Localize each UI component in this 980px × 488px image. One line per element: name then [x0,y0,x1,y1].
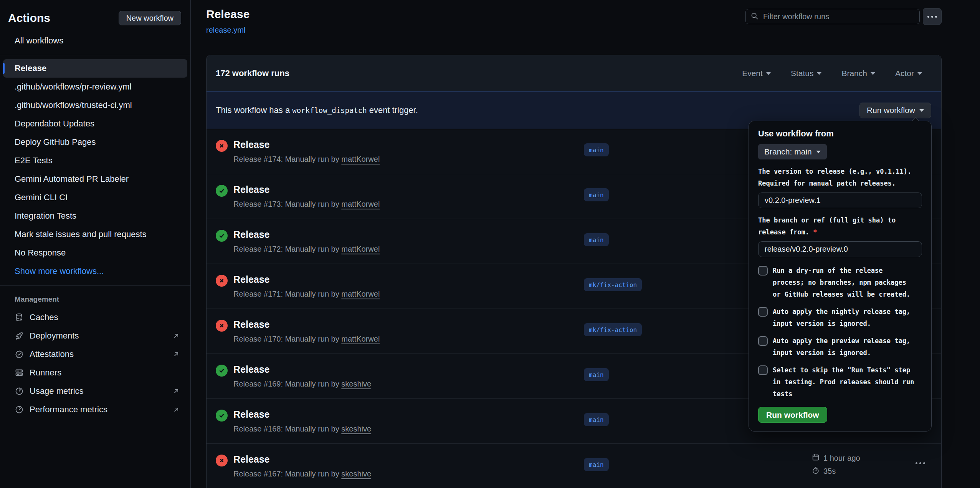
branch-badge[interactable]: mk/fix-action [584,278,642,291]
checkbox[interactable] [758,266,768,276]
sidebar-management-item-caches[interactable]: Caches [3,308,187,327]
run-title-link[interactable]: Release [233,364,270,375]
sidebar-management-item-deployments[interactable]: Deployments [3,327,187,345]
run-title-link[interactable]: Release [233,409,270,420]
run-options-kebab-button[interactable] [916,462,925,464]
success-check-icon [216,410,228,422]
run-description: Release #167: Manually run by skeshive [233,470,371,478]
actor-link[interactable]: skeshive [341,425,371,433]
sidebar-title: Actions [8,12,50,25]
run-title-link[interactable]: Release [233,184,270,195]
sidebar-item-gemini-cli-ci[interactable]: Gemini CLI CI [3,188,187,207]
branch-badge[interactable]: main [584,188,609,201]
panel-checkbox-row: Auto apply the preview release tag, inpu… [758,335,922,359]
version-input[interactable] [758,193,922,208]
checkbox[interactable] [758,336,768,346]
version-input-label: The version to release (e.g., v0.1.11). … [758,166,922,189]
branch-badge[interactable]: main [584,143,609,156]
sidebar-workflow-label: Show more workflows... [15,266,104,276]
sidebar-divider [0,55,190,55]
management-header: Management [15,295,190,304]
workflow-file-link[interactable]: release.yml [206,26,245,35]
failure-x-icon [216,320,228,332]
sidebar-management-item-runners[interactable]: Runners [3,364,187,382]
sidebar-management-item-usage-metrics[interactable]: Usage metrics [3,382,187,400]
sidebar-item-gemini-automated-pr-labeler[interactable]: Gemini Automated PR Labeler [3,170,187,188]
sidebar-item-dependabot-updates[interactable]: Dependabot Updates [3,115,187,133]
actor-link[interactable]: mattKorwel [341,155,380,163]
checkbox[interactable] [758,307,768,317]
workflow-options-kebab-button[interactable] [923,8,942,25]
actor-link[interactable]: skeshive [341,470,371,478]
run-meta: 1 hour ago 35s [811,453,860,476]
new-workflow-button[interactable]: New workflow [119,11,181,25]
arrow-up-right-icon [172,332,180,340]
workflow-run-row: Release Release #167: Manually run by sk… [207,444,941,488]
arrow-up-right-icon [172,405,180,414]
sidebar-workflow-label: Gemini CLI CI [15,193,68,203]
sidebar-item-mark-stale-issues-and-pull-requests[interactable]: Mark stale issues and pull requests [3,225,187,244]
actor-link[interactable]: mattKorwel [341,245,380,253]
actor-link[interactable]: mattKorwel [341,200,380,208]
chevron-down-icon [816,151,821,153]
ref-input[interactable] [758,241,922,257]
branch-badge[interactable]: main [584,458,609,471]
run-title-link[interactable]: Release [233,454,270,465]
sidebar-workflow-label: Deploy GitHub Pages [15,137,96,147]
sidebar-item-deploy-github-pages[interactable]: Deploy GitHub Pages [3,133,187,151]
sidebar-workflow-label: .github/workflows/pr-review.yml [15,82,131,92]
run-description: Release #170: Manually run by mattKorwel [233,335,380,344]
run-workflow-submit-button[interactable]: Run workflow [758,407,827,423]
actor-link[interactable]: skeshive [341,380,371,388]
chevron-down-icon [919,109,924,112]
sidebar-item-github-workflows-trusted-ci-yml[interactable]: .github/workflows/trusted-ci.yml [3,96,187,115]
run-workflow-dropdown-button[interactable]: Run workflow [859,103,931,118]
panel-checkbox-list: Run a dry-run of the release process; no… [758,265,922,400]
branch-badge[interactable]: main [584,233,609,246]
calendar-icon [811,453,820,463]
filter-dropdown-branch[interactable]: Branch [841,69,875,78]
filter-workflow-runs-box [745,9,920,24]
branch-badge[interactable]: mk/fix-action [584,323,642,336]
checkbox[interactable] [758,365,768,375]
management-list: Caches Deployments Attestations Runners … [0,308,190,419]
run-description: Release #172: Manually run by mattKorwel [233,245,380,254]
branch-select-button[interactable]: Branch: main [758,144,827,159]
sidebar-item-integration-tests[interactable]: Integration Tests [3,207,187,225]
filter-workflow-runs-input[interactable] [762,12,915,22]
sidebar-item-release[interactable]: Release [3,59,187,78]
sidebar-management-item-attestations[interactable]: Attestations [3,345,187,364]
success-check-icon [216,185,228,197]
run-title-link[interactable]: Release [233,319,270,330]
run-title-link[interactable]: Release [233,274,270,285]
sidebar-item-github-workflows-pr-review-yml[interactable]: .github/workflows/pr-review.yml [3,78,187,96]
sidebar-item-all-workflows[interactable]: All workflows [3,32,187,50]
panel-checkbox-row: Auto apply the nightly release tag, inpu… [758,306,922,330]
filter-label: Event [742,69,763,78]
management-item-label: Deployments [30,331,79,341]
actor-link[interactable]: mattKorwel [341,335,380,343]
verified-icon [15,350,24,359]
branch-badge[interactable]: main [584,368,609,381]
filter-label: Branch [841,69,867,78]
run-title-link[interactable]: Release [233,139,270,150]
actions-sidebar: Actions New workflow All workflows Relea… [0,0,191,488]
actor-link[interactable]: mattKorwel [341,290,380,298]
filter-dropdown-status[interactable]: Status [791,69,822,78]
filter-dropdown-actor[interactable]: Actor [895,69,922,78]
sidebar-workflow-label: Dependabot Updates [15,119,94,129]
sidebar-item-no-response[interactable]: No Response [3,244,187,262]
run-description: Release #171: Manually run by mattKorwel [233,290,380,299]
sidebar-item-show-more-workflows[interactable]: Show more workflows... [3,262,187,281]
branch-badge[interactable]: main [584,413,609,426]
sidebar-divider [0,285,190,286]
sidebar-item-e2e-tests[interactable]: E2E Tests [3,151,187,170]
sidebar-management-item-performance-metrics[interactable]: Performance metrics [3,400,187,419]
run-title-link[interactable]: Release [233,229,270,240]
filter-label: Status [791,69,814,78]
filter-dropdown-event[interactable]: Event [742,69,771,78]
success-check-icon [216,230,228,242]
workflow-list: Release .github/workflows/pr-review.yml … [0,59,190,281]
run-workflow-panel: Use workflow from Branch: main The versi… [749,121,932,432]
management-item-label: Attestations [30,349,74,359]
